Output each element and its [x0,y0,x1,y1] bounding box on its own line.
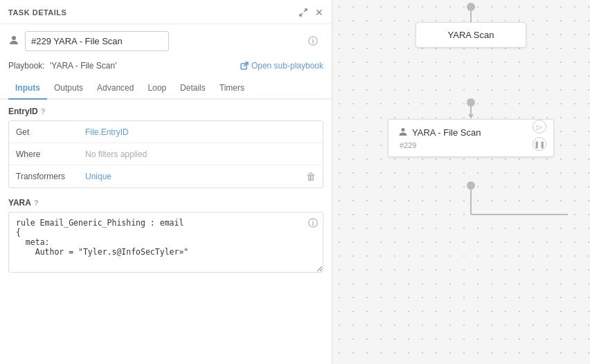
node-pause-btn[interactable]: ❚❚ [533,137,546,151]
field-value-where: No filters applied [85,149,316,159]
yara-wrapper: rule Email_Generic_Phishing : email { me… [8,212,323,275]
table-row: Where No filters applied [9,143,323,165]
panel-body: EntryID ? Get File.EntryID Where No filt… [0,100,332,364]
task-details-panel: TASK DETAILS ✕ ⓘ [0,0,332,364]
task-name-row: ⓘ [0,24,332,58]
node-top-label: YARA Scan [448,30,494,40]
playbook-label: Playbook: [8,61,45,71]
panel-title: TASK DETAILS [8,8,66,17]
node-user-icon [398,127,408,138]
delete-transformer-icon[interactable]: 🗑 [306,171,316,182]
header-icons: ✕ [298,7,323,18]
node-play-btn[interactable]: ▷ [533,120,546,134]
svg-point-10 [467,181,475,190]
entryid-help-icon[interactable]: ? [41,107,46,116]
entryid-section: EntryID ? Get File.EntryID Where No filt… [8,107,323,188]
expand-icon[interactable] [298,8,308,17]
entryid-table: Get File.EntryID Where No filters applie… [8,120,323,188]
node-bottom-label: YARA - File Scan [412,127,481,138]
task-info-icon[interactable]: ⓘ [308,35,318,48]
panel-header: TASK DETAILS ✕ [0,0,332,24]
tab-details[interactable]: Details [173,78,213,100]
playbook-info: Playbook: 'YARA - File Scan' [8,61,116,71]
svg-point-2 [12,36,16,40]
playbook-name: 'YARA - File Scan' [50,61,116,71]
field-value-transformers[interactable]: Unique [85,172,306,181]
svg-marker-9 [468,114,474,119]
node-bottom-header: YARA - File Scan ▷ [398,127,544,138]
tab-advanced[interactable]: Advanced [90,78,141,100]
playbook-row: Playbook: 'YARA - File Scan' Open sub-pl… [0,58,332,78]
tab-inputs[interactable]: Inputs [8,78,47,100]
yara-textarea[interactable]: rule Email_Generic_Phishing : email { me… [8,212,323,273]
table-row: Transformers Unique 🗑 [9,165,323,188]
svg-point-5 [467,3,475,11]
open-subplaybook-link[interactable]: Open sub-playbook [240,61,323,71]
yara-label: YARA ? [8,198,323,208]
canvas-panel: YARA Scan YARA - File Scan ▷ #229 ❚❚ [332,0,590,364]
canvas-connectors [332,0,590,364]
open-subplaybook-label: Open sub-playbook [251,61,323,71]
task-user-icon [8,35,19,48]
canvas-node-yara-scan[interactable]: YARA Scan [415,22,526,48]
tabs-row: Inputs Outputs Advanced Loop Details Tim… [0,78,332,100]
entryid-label: EntryID ? [8,107,323,116]
tab-timers[interactable]: Timers [213,78,251,100]
tab-loop[interactable]: Loop [141,78,173,100]
field-key-transformers: Transformers [16,172,85,181]
svg-line-4 [244,62,248,66]
field-key-get: Get [16,127,85,137]
node-bottom-id: #229 [398,141,544,149]
field-key-where: Where [16,149,85,159]
field-value-get[interactable]: File.EntryID [85,127,316,137]
task-name-wrapper: ⓘ [25,31,323,51]
svg-point-7 [467,98,475,107]
tab-outputs[interactable]: Outputs [47,78,90,100]
task-name-input[interactable] [25,31,169,51]
canvas-node-yara-file-scan[interactable]: YARA - File Scan ▷ #229 ❚❚ [388,119,554,157]
yara-info-icon[interactable]: ⓘ [308,217,318,230]
close-icon[interactable]: ✕ [315,7,323,18]
table-row: Get File.EntryID [9,121,323,143]
yara-help-icon[interactable]: ? [34,199,39,207]
yara-section: YARA ? rule Email_Generic_Phishing : ema… [8,198,323,275]
svg-point-13 [402,128,405,131]
